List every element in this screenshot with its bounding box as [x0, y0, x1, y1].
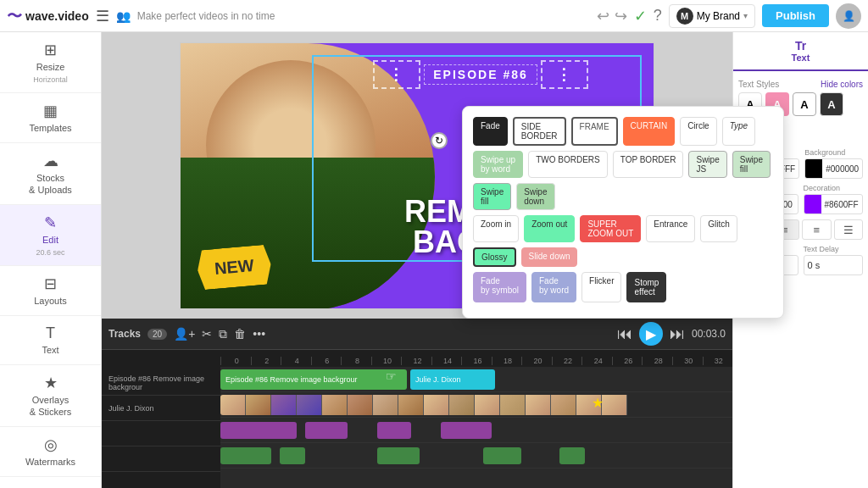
sidebar-item-text[interactable]: T Text — [0, 316, 101, 365]
sidebar-label-stocks: Stocks& Uploads — [29, 173, 72, 195]
sidebar-item-layouts[interactable]: ⊟ Layouts — [0, 266, 101, 316]
hide-colors-link[interactable]: Hide colors — [821, 80, 863, 89]
effect-swipe-js[interactable]: SwipeJS — [688, 151, 726, 178]
help-icon[interactable]: ? — [654, 7, 662, 25]
prev-button[interactable]: ⏮ — [617, 325, 632, 343]
delete-button[interactable]: 🗑 — [234, 327, 246, 341]
play-button[interactable]: ▶ — [639, 322, 663, 346]
track-label-1: Julie J. Dixon — [102, 396, 220, 421]
effect-slide-down[interactable]: Slide down — [521, 247, 578, 267]
undo-redo-group: ↩ ↪ — [597, 7, 627, 25]
text-delay-select[interactable]: 0 s — [804, 255, 864, 275]
effect-frame[interactable]: FRAME — [571, 117, 618, 146]
clip-episode[interactable]: Episode #86 Remove image backgrour — [220, 369, 407, 390]
sidebar-item-overlays[interactable]: ★ Overlays& Stickers — [0, 365, 101, 426]
effect-entrance[interactable]: Entrance — [646, 215, 695, 242]
track-content[interactable]: 0 2 4 6 8 10 12 14 16 18 20 22 24 26 — [220, 350, 732, 488]
effect-swipe-fill2[interactable]: Swipefill — [473, 183, 511, 210]
audio-green-5[interactable] — [559, 447, 585, 464]
audio-clip-3[interactable] — [377, 422, 411, 439]
cut-button[interactable]: ✂ — [202, 327, 212, 341]
effect-side-border[interactable]: SIDEBORDER — [513, 117, 566, 146]
ruler-2: 2 — [251, 357, 281, 365]
effect-flicker[interactable]: Flicker — [581, 272, 621, 302]
tracks-label: Tracks — [108, 328, 141, 340]
decoration-color-picker[interactable]: #8600FF — [804, 194, 864, 214]
effect-fade-word[interactable]: Fadeby word — [531, 272, 576, 302]
audio-clip-4[interactable] — [441, 422, 492, 439]
bg-color-picker[interactable]: #000000 — [804, 158, 863, 179]
effect-fade-sym[interactable]: Fadeby symbol — [473, 272, 526, 302]
effect-fade[interactable]: Fade — [473, 117, 508, 146]
list-btn[interactable]: ☰ — [834, 219, 864, 240]
audio-green-2[interactable] — [280, 447, 305, 464]
thumb-2 — [246, 395, 271, 415]
sidebar-item-edit[interactable]: ✎ Edit 20.6 sec — [0, 205, 101, 266]
sidebar-item-watermarks[interactable]: ◎ Watermarks — [0, 427, 101, 477]
add-track-button[interactable]: 👤+ — [174, 327, 195, 341]
next-button[interactable]: ⏭ — [670, 325, 685, 343]
effect-zoom-out[interactable]: Zoom out — [524, 215, 575, 242]
ts-btn-outline[interactable]: A — [793, 92, 816, 116]
new-badge: NEW — [196, 244, 272, 290]
ruler-6: 6 — [311, 357, 342, 365]
audio-green-4[interactable] — [483, 447, 521, 464]
sidebar-item-templates[interactable]: ▦ Templates — [0, 93, 101, 143]
app-name: wave.video — [25, 9, 89, 23]
clip-julie[interactable]: Julie J. Dixon — [410, 369, 495, 390]
tep-row-1: Fade SIDEBORDER FRAME CURTAIN Circle Typ… — [473, 117, 773, 146]
effect-swipe-up[interactable]: Swipe upby word — [473, 151, 523, 178]
ts-btn-dark[interactable]: A — [820, 92, 843, 116]
overlays-icon: ★ — [44, 374, 58, 392]
sidebar-label-overlays: Overlays& Stickers — [30, 395, 72, 417]
ruler-14: 14 — [431, 357, 462, 365]
sidebar-sub-edit: 20.6 sec — [36, 248, 64, 257]
rotate-handle[interactable]: ↻ — [431, 132, 448, 149]
audio-green-1[interactable] — [220, 447, 271, 464]
thumb-9 — [424, 395, 449, 415]
tep-row-4: Fadeby symbol Fadeby word Flicker Stompe… — [473, 272, 773, 302]
effect-super-zoom[interactable]: SUPERZOOM OUT — [580, 215, 641, 242]
audio-clip-2[interactable] — [305, 422, 348, 439]
sidebar-item-audio[interactable]: ♪ Audio — [0, 477, 101, 488]
effect-type[interactable]: Type — [722, 117, 756, 146]
star-marker: ★ — [592, 395, 604, 411]
publish-button[interactable]: Publish — [762, 4, 829, 27]
redo-icon[interactable]: ↪ — [615, 7, 627, 25]
decoration-value: #8600FF — [821, 200, 862, 209]
effect-zoom-in[interactable]: Zoom in — [473, 215, 519, 242]
align-right-btn[interactable]: ≡ — [802, 219, 832, 240]
track-row-audio1 — [220, 418, 732, 443]
effect-circle[interactable]: Circle — [680, 117, 717, 146]
sidebar-item-resize[interactable]: ⊞ Resize Horizontal — [0, 32, 101, 93]
effect-top-border[interactable]: TOP BORDER — [613, 151, 684, 178]
sidebar-item-stocks[interactable]: ☁ Stocks& Uploads — [0, 143, 101, 204]
effect-swipe-fill[interactable]: Swipefill — [732, 151, 771, 178]
text-tab-label: Text — [737, 53, 865, 63]
ruler-10: 10 — [371, 357, 402, 365]
undo-icon[interactable]: ↩ — [597, 7, 609, 25]
collab-icon[interactable]: 👥 — [116, 9, 131, 23]
user-avatar[interactable]: 👤 — [836, 3, 861, 29]
more-options-button[interactable]: ••• — [253, 327, 265, 341]
effect-stomp[interactable]: Stompeffect — [626, 272, 666, 302]
audio-green-3[interactable] — [377, 447, 420, 464]
text-tab-icon: Tr — [737, 39, 865, 53]
ruler-0: 0 — [220, 357, 251, 365]
sidebar-sub-resize: Horizontal — [33, 75, 68, 84]
brand-selector[interactable]: M My Brand ▾ — [669, 4, 755, 28]
sidebar-label-edit: Edit — [42, 235, 58, 246]
tab-text[interactable]: Tr Text — [733, 32, 868, 71]
audio-clip-1[interactable] — [220, 422, 297, 439]
effect-curtain[interactable]: CURTAIN — [623, 117, 676, 146]
copy-button[interactable]: ⧉ — [219, 327, 227, 341]
effect-two-borders[interactable]: TWO BORDERS — [528, 151, 608, 178]
ruler-18: 18 — [492, 357, 522, 365]
decoration-field: Decoration #8600FF — [804, 184, 864, 214]
effect-glossy[interactable]: Glossy — [473, 247, 516, 267]
effect-glitch[interactable]: Glitch — [700, 215, 737, 242]
track-count: 20 — [147, 329, 167, 340]
hamburger-icon[interactable]: ☰ — [96, 7, 109, 25]
track-row-audio2 — [220, 443, 732, 469]
effect-swipe-down[interactable]: Swipedown — [516, 183, 554, 210]
